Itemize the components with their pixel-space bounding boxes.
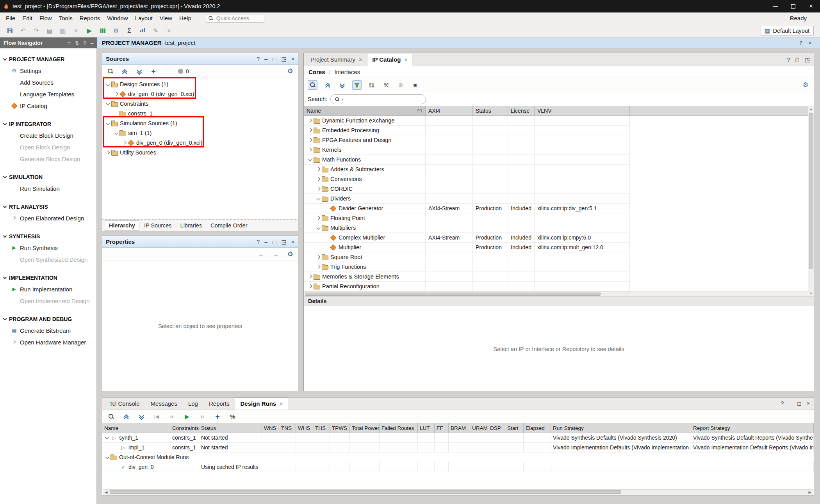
report-sum-icon[interactable]: Σ xyxy=(123,25,136,37)
console-tab[interactable]: Design Runs × xyxy=(235,398,288,410)
search-icon[interactable] xyxy=(107,412,115,421)
help-icon[interactable]: ? xyxy=(257,56,260,62)
tree-row[interactable]: Utility Sources xyxy=(102,147,298,157)
square-icon[interactable]: ■ xyxy=(411,80,419,90)
tree-row[interactable]: Design Sources (1) xyxy=(102,79,298,89)
column-header[interactable]: DSP xyxy=(488,423,505,433)
flow-nav-item[interactable]: Create Block Design xyxy=(0,130,96,141)
flow-nav-item[interactable]: Generate Bitstream xyxy=(0,325,96,336)
copy-icon[interactable]: ▤ xyxy=(43,25,56,37)
help-icon[interactable]: ? xyxy=(799,40,802,46)
ip-catalog-row[interactable]: CORDIC xyxy=(304,184,630,194)
column-header[interactable]: Failed Routes xyxy=(380,423,418,433)
flow-nav-item[interactable]: Run Implementation xyxy=(0,283,96,295)
design-run-row[interactable]: ▷ synth_1 constrs_1 Not started Vivado S… xyxy=(102,433,814,443)
tree-row[interactable]: constrs_1 xyxy=(102,108,298,118)
minimize-icon[interactable]: – xyxy=(789,400,792,406)
menu-item[interactable]: Window xyxy=(103,12,131,24)
tree-row[interactable]: Simulation Sources (1) xyxy=(102,118,298,128)
menu-item[interactable]: Tools xyxy=(55,12,76,24)
design-run-row[interactable]: ✓ div_gen_0 Using cached IP results xyxy=(102,462,814,472)
ip-catalog-row[interactable]: FPGA Features and Design xyxy=(304,135,630,145)
ip-catalog-row[interactable]: Multiplier Production Included xilinx.co… xyxy=(304,243,630,252)
expander-icon[interactable] xyxy=(315,195,321,202)
quick-access-search[interactable]: Quick Access xyxy=(205,14,264,23)
flow-nav-section-header[interactable]: PROGRAM AND DEBUG xyxy=(0,314,96,325)
minimize-icon[interactable]: – xyxy=(264,56,267,62)
maximize-icon[interactable]: ◻ xyxy=(795,57,800,63)
menu-item[interactable]: View xyxy=(156,12,176,24)
skip-start-icon[interactable]: |◀ xyxy=(152,412,161,421)
close-icon[interactable]: × xyxy=(809,40,812,46)
collapse-all-icon[interactable] xyxy=(120,67,129,76)
column-header[interactable]: Name xyxy=(102,423,170,433)
horizontal-scrollbar[interactable] xyxy=(304,291,814,296)
float-icon[interactable]: ◳ xyxy=(805,57,810,63)
subtab-interfaces[interactable]: Interfaces xyxy=(334,69,360,75)
percentage-icon[interactable]: % xyxy=(228,412,237,421)
expander-icon[interactable] xyxy=(315,254,321,260)
help-icon[interactable]: ? xyxy=(787,57,790,63)
menu-item[interactable]: Flow xyxy=(36,12,55,24)
help-icon[interactable]: ? xyxy=(84,40,86,46)
tab-ip-catalog[interactable]: IP Catalog × xyxy=(367,53,412,66)
chevrons-left-icon[interactable]: « xyxy=(168,412,176,421)
column-header[interactable]: Constraints xyxy=(170,423,199,433)
column-header[interactable]: Report Strategy xyxy=(691,423,814,433)
flow-nav-item[interactable]: IP Catalog xyxy=(0,100,96,112)
expander-icon[interactable] xyxy=(104,435,110,441)
console-tab[interactable]: Tcl Console × xyxy=(104,398,145,410)
column-header[interactable]: FF xyxy=(435,423,449,433)
expand-all-icon[interactable] xyxy=(338,80,346,90)
clear-icon[interactable]: × xyxy=(162,25,176,37)
ip-catalog-row[interactable]: Divider Generator AXI4-Stream Production… xyxy=(304,204,630,213)
help-icon[interactable]: ? xyxy=(781,400,784,406)
sources-view-tab[interactable]: Hierarchy xyxy=(105,220,139,231)
launch-runs-icon[interactable]: ▶ xyxy=(183,412,191,421)
close-icon[interactable]: × xyxy=(359,57,362,63)
expander-icon[interactable] xyxy=(307,117,313,124)
scrollbar-thumb[interactable] xyxy=(305,293,601,296)
add-sources-icon[interactable]: + xyxy=(149,67,158,76)
create-runs-icon[interactable]: + xyxy=(213,412,222,421)
chevrons-right-icon[interactable]: » xyxy=(198,412,207,421)
column-header-axi4[interactable]: AXI4 xyxy=(426,106,473,115)
flow-nav-item[interactable]: Open Hardware Manager xyxy=(0,336,96,348)
sources-view-tab[interactable]: Libraries xyxy=(176,221,206,230)
expander-icon[interactable] xyxy=(307,127,313,133)
forward-icon[interactable]: → xyxy=(271,250,280,259)
close-icon[interactable]: × xyxy=(807,400,810,406)
tab-project-summary[interactable]: Project Summary × xyxy=(305,53,367,66)
flow-nav-item[interactable]: Run Simulation xyxy=(0,183,96,194)
ip-catalog-row[interactable]: Kernels xyxy=(304,145,630,155)
gear-icon[interactable]: ⚙ xyxy=(286,67,294,76)
ip-catalog-row[interactable]: Dividers xyxy=(304,194,630,204)
flow-nav-section-header[interactable]: IMPLEMENTATION xyxy=(0,272,96,283)
float-icon[interactable]: ◳ xyxy=(282,56,287,62)
menu-item[interactable]: Help xyxy=(176,12,195,24)
column-header-license[interactable]: License xyxy=(508,106,535,115)
expander-icon[interactable] xyxy=(307,137,313,143)
filter-icon[interactable] xyxy=(352,80,362,90)
expander-icon[interactable] xyxy=(307,147,313,153)
maximize-icon[interactable]: ◻ xyxy=(797,400,802,406)
run-steps-icon[interactable] xyxy=(96,25,109,37)
ip-search-input[interactable] xyxy=(344,96,422,102)
close-icon[interactable]: × xyxy=(291,239,294,245)
layout-selector[interactable]: ▦ Default Layout xyxy=(761,26,814,36)
column-header[interactable]: WHS xyxy=(296,423,313,433)
column-header[interactable]: Total Power xyxy=(350,423,380,433)
expander-icon[interactable] xyxy=(315,176,321,182)
edit-icon[interactable]: ✎ xyxy=(149,25,162,37)
vertical-scrollbar[interactable]: ▲ ▼ xyxy=(808,106,814,296)
expander-icon[interactable] xyxy=(315,166,321,172)
save-icon[interactable] xyxy=(3,25,16,37)
menu-item[interactable]: File xyxy=(2,12,19,24)
flow-nav-item[interactable]: Add Sources xyxy=(0,76,96,88)
ip-catalog-row[interactable]: Multipliers xyxy=(304,223,630,233)
horizontal-scrollbar[interactable]: ◀ ▶ xyxy=(103,489,813,495)
search-icon[interactable] xyxy=(106,67,114,76)
ip-catalog-row[interactable]: Trig Functions xyxy=(304,262,630,272)
column-header[interactable]: Run Strategy xyxy=(551,423,691,433)
gear-icon[interactable]: ⚙ xyxy=(801,80,810,90)
